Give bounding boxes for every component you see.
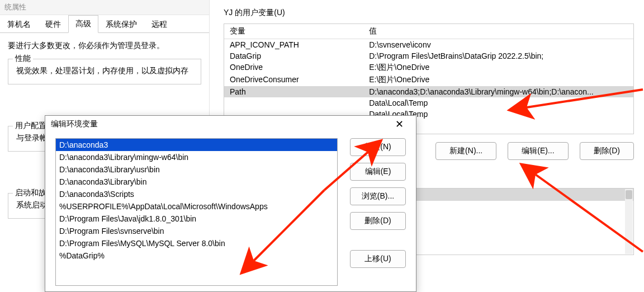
scrollbar[interactable] xyxy=(625,189,633,254)
cell-var: OneDrive xyxy=(230,63,369,73)
cell-var xyxy=(230,98,369,107)
tab-advanced[interactable]: 高级 xyxy=(68,15,98,33)
col-val-head: 值 xyxy=(369,26,628,36)
tabs: 算机名 硬件 高级 系统保护 远程 xyxy=(0,15,209,33)
dlg-new-button[interactable]: 新建(N) xyxy=(350,138,406,156)
path-listbox[interactable]: D:\anaconda3D:\anaconda3\Library\mingw-w… xyxy=(55,138,338,286)
cell-val: E:\图片\OneDrive xyxy=(369,63,628,73)
delete-button[interactable]: 删除(D) xyxy=(580,142,634,160)
dialog-title: 编辑环境变量 xyxy=(51,119,388,129)
edit-button[interactable]: 编辑(E)... xyxy=(508,142,568,160)
perf-legend: 性能 xyxy=(13,54,33,64)
cell-val: E:\图片\OneDrive xyxy=(369,75,628,85)
list-item[interactable]: %USERPROFILE%\AppData\Local\Microsoft\Wi… xyxy=(56,200,337,213)
table-row[interactable]: DataGripD:\Program Files\JetBrains\DataG… xyxy=(224,50,633,62)
scrollbar-thumb[interactable] xyxy=(626,190,632,199)
table-head: 变量 值 xyxy=(224,24,633,39)
list-item[interactable]: D:\anaconda3 xyxy=(56,139,337,151)
tab-hardware[interactable]: 硬件 xyxy=(38,16,68,33)
col-var-head: 变量 xyxy=(230,26,369,36)
list-item[interactable]: D:\Program Files\svnserve\bin xyxy=(56,225,337,237)
user-vars-title: YJ 的用户变量(U) xyxy=(224,8,634,18)
list-item[interactable]: D:\anaconda3\Scripts xyxy=(56,188,337,200)
table-row[interactable]: APR_ICONV_PATHD:\svnserve\iconv xyxy=(224,39,633,50)
new-button[interactable]: 新建(N)... xyxy=(435,142,496,160)
dlg-browse-button[interactable]: 浏览(B)... xyxy=(350,187,406,205)
list-item[interactable]: D:\Program Files\Java\jdk1.8.0_301\bin xyxy=(56,213,337,225)
table-row[interactable]: Data\Local\Temp xyxy=(224,97,633,109)
edit-env-dialog: 编辑环境变量 ✕ D:\anaconda3D:\anaconda3\Librar… xyxy=(45,115,416,292)
dialog-buttons: 新建(N) 编辑(E) 浏览(B)... 删除(D) 上移(U) xyxy=(350,138,406,286)
userprofile-legend: 用户配置 xyxy=(13,121,49,131)
cell-val: D:\Program Files\JetBrains\DataGrip 2022… xyxy=(369,51,628,60)
list-item[interactable]: D:\Program Files\MySQL\MySQL Server 8.0\… xyxy=(56,237,337,249)
tab-remote[interactable]: 远程 xyxy=(144,16,174,33)
cell-val: Data\Local\Temp xyxy=(369,98,628,107)
cell-val: D:\anaconda3;D:\anaconda3\Library\mingw-… xyxy=(369,87,628,96)
cell-var: APR_ICONV_PATH xyxy=(230,40,369,49)
startup-legend: 启动和故 xyxy=(13,188,49,198)
perf-fieldset: 性能 视觉效果，处理器计划，内存使用，以及虚拟内存 xyxy=(8,59,201,84)
list-item[interactable]: D:\anaconda3\Library\bin xyxy=(56,176,337,188)
dlg-up-button[interactable]: 上移(U) xyxy=(350,250,406,268)
cell-var: OneDriveConsumer xyxy=(230,75,369,85)
table-row[interactable]: OneDriveConsumerE:\图片\OneDrive xyxy=(224,74,633,86)
close-icon[interactable]: ✕ xyxy=(388,117,410,131)
admin-msg: 要进行大多数更改，你必须作为管理员登录。 xyxy=(8,41,201,51)
dlg-edit-button[interactable]: 编辑(E) xyxy=(350,163,406,181)
perf-desc: 视觉效果，处理器计划，内存使用，以及虚拟内存 xyxy=(16,66,193,76)
table-row[interactable]: PathD:\anaconda3;D:\anaconda3\Library\mi… xyxy=(224,86,633,97)
cell-var: Path xyxy=(230,87,369,96)
list-item[interactable]: %DataGrip% xyxy=(56,249,337,262)
list-item[interactable]: D:\anaconda3\Library\mingw-w64\bin xyxy=(56,151,337,163)
table-row[interactable]: OneDriveE:\图片\OneDrive xyxy=(224,62,633,74)
dlg-delete-button[interactable]: 删除(D) xyxy=(350,212,406,230)
list-item[interactable]: D:\anaconda3\Library\usr\bin xyxy=(56,163,337,176)
dialog-titlebar: 编辑环境变量 ✕ xyxy=(45,116,416,133)
tab-computer-name[interactable]: 算机名 xyxy=(0,16,38,33)
window-title: 统属性 xyxy=(0,0,209,15)
cell-val: D:\svnserve\iconv xyxy=(369,40,628,49)
cell-var: DataGrip xyxy=(230,51,369,60)
tab-protection[interactable]: 系统保护 xyxy=(98,16,144,33)
